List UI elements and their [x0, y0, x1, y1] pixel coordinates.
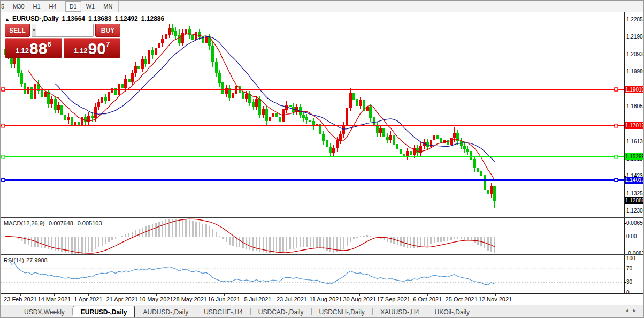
volume-decrease-icon[interactable]: ▼	[32, 24, 36, 36]
level-line-handle[interactable]	[2, 155, 5, 158]
toolbar-separator	[118, 1, 119, 12]
tab-xauusd-h4[interactable]: XAUUSD-,H4	[373, 305, 427, 318]
date-label: 21 Apr 2021	[106, 296, 138, 302]
ohlc-open: 1.13664	[62, 15, 85, 22]
timeframe-5[interactable]: 5	[0, 1, 8, 12]
date-tick	[359, 294, 360, 296]
sell-button[interactable]: SELL	[5, 24, 30, 37]
rsi-tick-label: 100	[626, 255, 635, 261]
date-tick	[292, 294, 292, 296]
date-label: 23 Feb 2021	[4, 296, 37, 302]
price-tick-label: 1.22855	[626, 17, 644, 22]
tab-usdcnh-daily[interactable]: USDCNH-,Daily	[312, 305, 372, 318]
date-tick	[427, 294, 428, 296]
collapse-triangle-icon[interactable]: ▲	[5, 17, 10, 22]
rsi-tick-label: 70	[626, 266, 632, 271]
ohlc-low: 1.12492	[114, 15, 137, 22]
date-axis[interactable]: 23 Feb 202114 Mar 20211 Apr 202121 Apr 2…	[1, 294, 644, 305]
current-price-badge: 1.12886	[625, 197, 644, 204]
date-label: 6 Oct 2021	[413, 296, 442, 302]
level-line-handle[interactable]	[615, 155, 618, 158]
level-line-handle[interactable]	[615, 178, 618, 181]
macd-tick-label: 0.00	[626, 233, 637, 239]
tab-ukoil-daily[interactable]: UKOil-,Daily	[427, 305, 477, 318]
ohlc-high: 1.13683	[88, 15, 111, 22]
rsi-label: RSI(14)27.9988	[4, 257, 48, 263]
buy-button[interactable]: BUY	[95, 24, 120, 37]
rsi-line	[8, 259, 495, 285]
date-tick	[122, 294, 122, 296]
tab-usdcad-daily[interactable]: USDCAD-,Daily	[251, 305, 311, 318]
date-tick	[156, 294, 157, 296]
macd-tick-label: 0.006503	[626, 220, 644, 226]
buy-price-big: 90	[88, 41, 106, 57]
rsi-value: 27.9988	[26, 257, 48, 263]
date-label: 25 Oct 2021	[446, 296, 478, 302]
price-tick-label: 1.21905	[626, 34, 644, 40]
level-line-handle[interactable]	[2, 124, 5, 127]
rsi-name: RSI(14)	[4, 257, 24, 263]
level-line-handle[interactable]	[2, 88, 5, 91]
chart-title: ▲EURUSD-,Daily1.136641.136831.124921.128…	[5, 15, 167, 22]
date-label: 12 Nov 2021	[479, 296, 512, 302]
buy-price-sup: 7	[106, 40, 110, 48]
tab-scroll-arrows[interactable]: ◄►	[624, 308, 640, 313]
timeframe-h1[interactable]: H1	[29, 1, 44, 12]
timeframe-m30[interactable]: M30	[9, 1, 28, 12]
chart-tab-bar: USDX,WeeklyEURUSD-,DailyAUDUSD-,DailyUSD…	[1, 305, 644, 318]
rsi-indicator-canvas[interactable]	[1, 255, 624, 293]
price-axis[interactable]: 1.228551.219051.209301.199801.180551.161…	[624, 12, 644, 293]
sell-price-big: 88	[29, 41, 47, 57]
chart-symbol-label: EURUSD-,Daily	[12, 15, 59, 22]
tab-scroll-right-icon[interactable]: ►	[632, 308, 640, 313]
tab-scroll-left-icon[interactable]: ◄	[624, 308, 632, 313]
price-tick-label: 1.19980	[626, 69, 644, 74]
price-level-badge: 1.17012	[625, 122, 644, 129]
date-tick	[54, 294, 55, 296]
date-label: 23 Jul 2021	[277, 296, 307, 302]
tab-audusd-daily[interactable]: AUDUSD-,Daily	[135, 305, 196, 318]
date-tick	[394, 294, 394, 296]
ohlc-close: 1.12886	[141, 15, 164, 22]
timeframe-toolbar: 5M30H1H4D1W1MN	[1, 1, 644, 12]
tab-usdx-weekly[interactable]: USDX,Weekly	[17, 305, 72, 318]
date-label: 30 Aug 2021	[343, 296, 376, 302]
sell-price-prefix: 1.12	[16, 47, 29, 55]
sell-price-sup: 6	[47, 40, 51, 48]
buy-price-display[interactable]: 1.12907	[64, 38, 121, 58]
date-tick	[462, 294, 462, 296]
timeframe-mn[interactable]: MN	[99, 1, 116, 12]
level-line-handle[interactable]	[2, 178, 5, 181]
macd-signal-value: -0.005103	[75, 220, 102, 226]
date-label: 17 Sep 2021	[377, 296, 410, 302]
date-tick	[20, 294, 21, 296]
price-tick-label: 1.13255	[626, 191, 644, 196]
date-tick	[326, 294, 326, 296]
price-tick-label: 1.18055	[626, 103, 644, 109]
buy-price-prefix: 1.12	[74, 47, 87, 55]
timeframe-d1[interactable]: D1	[65, 1, 81, 12]
one-click-trading-panel: SELL ▼ ▲ BUY 1.12886 1.12907	[5, 24, 120, 58]
level-line-handle[interactable]	[615, 88, 618, 91]
date-tick	[495, 294, 496, 296]
sell-price-display[interactable]: 1.12886	[5, 38, 62, 58]
panel-splitter[interactable]	[1, 254, 644, 255]
tab-eurusd-daily[interactable]: EURUSD-,Daily	[73, 306, 135, 318]
timeframe-h4[interactable]: H4	[45, 1, 60, 12]
price-level-badge: 1.19010	[625, 86, 644, 93]
panel-splitter[interactable]	[1, 217, 644, 218]
price-tick-label: 1.12305	[626, 208, 644, 214]
macd-label: MACD(12,26,9)-0.007648-0.005103	[4, 220, 102, 226]
volume-input[interactable]	[36, 24, 94, 36]
toolbar-separator	[63, 1, 63, 12]
date-tick	[88, 294, 89, 296]
date-label: 14 Mar 2021	[38, 296, 71, 302]
level-line-handle[interactable]	[615, 124, 618, 127]
date-label: 1 Apr 2021	[74, 296, 102, 302]
rsi-tick-label: 30	[626, 279, 632, 285]
tab-usdchf-h4[interactable]: USDCHF-,H4	[196, 305, 250, 318]
price-level-badge: 1.14017	[625, 177, 644, 184]
price-tick-label: 1.20930	[626, 51, 644, 57]
timeframe-w1[interactable]: W1	[82, 1, 99, 12]
rsi-tick-label: 0	[626, 290, 630, 296]
